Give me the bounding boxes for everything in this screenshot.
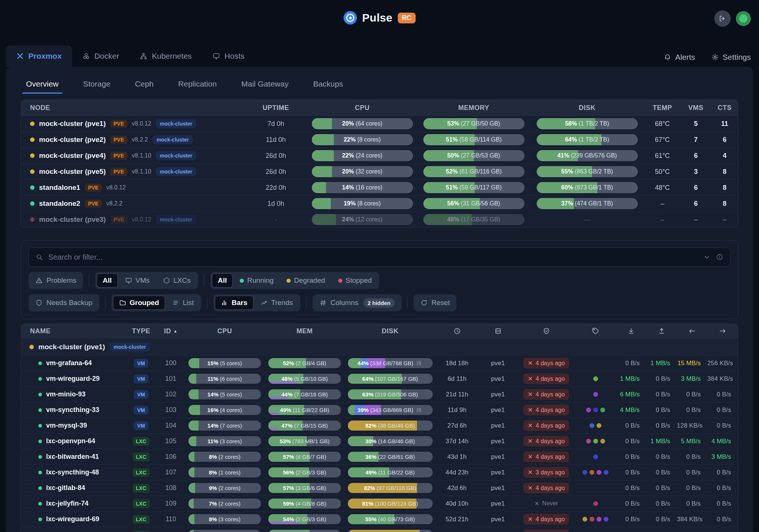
reset-filters-button[interactable]: Reset bbox=[414, 294, 457, 311]
node-row[interactable]: mock-cluster (pve1)PVEv8.0.12mock-cluste… bbox=[21, 116, 738, 132]
guest-row[interactable]: vm-mysql-39VM10414% (7 cores)47% (7 GB/1… bbox=[21, 418, 738, 433]
view-grouped-button[interactable]: Grouped bbox=[113, 296, 165, 310]
logout-button[interactable] bbox=[714, 10, 731, 27]
tab-mail-gateway[interactable]: Mail Gateway bbox=[240, 77, 289, 94]
node-vms-count: 6 bbox=[681, 184, 711, 192]
node-table: NODEUPTIMECPUMEMORYDISKTEMPVMSCTS mock-c… bbox=[21, 100, 738, 228]
bar-cell: 24% (12 cores) bbox=[307, 214, 417, 225]
guest-row[interactable]: lxc-syncthing-48LXC1078% (1 cores)56% (2… bbox=[21, 464, 738, 480]
column-header-cpu[interactable]: CPU bbox=[185, 327, 265, 335]
column-header-cts[interactable]: CTS bbox=[711, 104, 738, 112]
problems-filter-button[interactable]: Problems bbox=[29, 272, 83, 289]
guest-type-cell: VM bbox=[125, 421, 157, 430]
monitor-icon bbox=[125, 277, 132, 284]
column-header-node[interactable]: NODE bbox=[21, 104, 244, 112]
search-input[interactable] bbox=[48, 253, 698, 262]
column-header-arrow-right[interactable] bbox=[707, 327, 738, 335]
guest-row[interactable]: lxc-jellyfin-74LXC1097% (2 cores)59% (4 … bbox=[21, 496, 738, 511]
column-header-temp[interactable]: TEMP bbox=[644, 104, 681, 112]
guest-group-row[interactable]: mock-cluster (pve1)mock-cluster bbox=[21, 338, 738, 355]
tab-storage[interactable]: Storage bbox=[83, 77, 112, 94]
tab-replication[interactable]: Replication bbox=[177, 77, 217, 94]
column-header-upload[interactable] bbox=[646, 327, 677, 335]
nav-tab-hosts[interactable]: Hosts bbox=[202, 45, 255, 67]
nav-tab-proxmox[interactable]: Proxmox bbox=[6, 45, 72, 67]
tab-backups[interactable]: Backups bbox=[312, 77, 344, 94]
column-header-memory[interactable]: MEMORY bbox=[417, 104, 530, 112]
type-filter-all[interactable]: All bbox=[97, 273, 117, 288]
node-row[interactable]: mock-cluster (pve4)PVEv8.1.10mock-cluste… bbox=[21, 147, 738, 163]
column-header-disk[interactable]: DISK bbox=[345, 327, 436, 335]
guest-mem-bar: 56% (2 GB/3 GB) bbox=[268, 467, 341, 477]
guest-row[interactable]: lxc-gitlab-84LXC1089% (2 cores)57% (3 GB… bbox=[21, 480, 738, 496]
column-header-name[interactable]: NAME bbox=[21, 327, 125, 335]
node-row[interactable]: standalone1PVEv8.0.1222d 0h14% (16 cores… bbox=[21, 179, 738, 195]
type-filter-lxcs[interactable]: LXCs bbox=[157, 273, 197, 288]
column-header-uptime[interactable]: UPTIME bbox=[244, 104, 307, 112]
columns-button[interactable]: Columns 2 hidden bbox=[313, 294, 401, 311]
column-header-tag[interactable] bbox=[575, 327, 616, 335]
node-row[interactable]: mock-cluster (pve5)PVEv8.1.10mock-cluste… bbox=[21, 163, 738, 179]
guest-row[interactable]: lxc-wireguard-69LXC1108% (3 cores)54% (2… bbox=[21, 511, 738, 527]
bar-percent: 59% bbox=[283, 500, 294, 507]
tab-overview[interactable]: Overview bbox=[25, 77, 59, 94]
guest-row[interactable]: vm-grafana-64VM10015% (5 cores)52% (2 GB… bbox=[21, 355, 738, 371]
guest-uptime: 21d 11h bbox=[436, 391, 478, 398]
status-filter-running[interactable]: Running bbox=[234, 273, 280, 288]
nav-tab-docker[interactable]: Docker bbox=[72, 45, 130, 67]
settings-button[interactable]: Settings bbox=[711, 53, 751, 62]
guest-row[interactable]: lxc-bitwarden-41LXC1068% (2 cores)57% (4… bbox=[21, 449, 738, 464]
tab-ceph[interactable]: Ceph bbox=[134, 77, 154, 94]
guest-uptime: 18d 18h bbox=[436, 360, 478, 367]
column-header-cpu[interactable]: CPU bbox=[307, 104, 417, 112]
guest-row[interactable]: lxc-openvpn-64LXC10511% (3 cores)53% (78… bbox=[21, 433, 738, 449]
type-filter-vms[interactable]: VMs bbox=[119, 273, 156, 288]
node-name-cell: mock-cluster (pve5)PVEv8.1.10mock-cluste… bbox=[21, 167, 244, 176]
guest-io-net-out: 0 B/s bbox=[707, 406, 738, 414]
display-bars-button[interactable]: Bars bbox=[215, 296, 253, 310]
alerts-button[interactable]: Alerts bbox=[664, 53, 695, 62]
view-list-button[interactable]: List bbox=[166, 296, 200, 310]
bar-percent: 47% bbox=[281, 422, 293, 429]
guest-io-net-in: 0 B/s bbox=[677, 406, 707, 414]
bar-detail: (12 cores) bbox=[354, 216, 382, 223]
info-icon[interactable] bbox=[716, 253, 723, 261]
node-name-cell: mock-cluster (pve2)PVEv8.2.2mock-cluster bbox=[21, 135, 244, 144]
column-header-download[interactable] bbox=[616, 327, 646, 335]
column-header-id[interactable]: ID▲ bbox=[157, 327, 185, 335]
guest-row[interactable]: lxc-terraria-7LXC1117% (2 cores)57% (4 G… bbox=[21, 527, 738, 532]
display-trends-button[interactable]: Trends bbox=[255, 296, 299, 310]
column-header-backup-shield[interactable] bbox=[517, 327, 575, 335]
guest-tags bbox=[575, 454, 616, 459]
node-row[interactable]: standalone2PVEv8.2.21d 0h19% (8 cores)56… bbox=[21, 195, 738, 211]
node-status-dot bbox=[30, 169, 35, 174]
connection-status-indicator[interactable] bbox=[736, 11, 751, 26]
node-row[interactable]: mock-cluster (pve2)PVEv8.2.2mock-cluster… bbox=[21, 132, 738, 147]
guest-row[interactable]: vm-minio-93VM10214% (5 cores)44% (7 GB/1… bbox=[21, 386, 738, 402]
type-badge: LXC bbox=[133, 437, 150, 446]
guest-row[interactable]: vm-syncthing-33VM10316% (4 cores)49% (11… bbox=[21, 402, 738, 418]
status-filter-degraded[interactable]: Degraded bbox=[281, 273, 331, 288]
guest-disk-bar: 30% (14 GB/46 GB) bbox=[348, 436, 433, 446]
column-header-mem[interactable]: MEM bbox=[265, 327, 345, 335]
guest-row[interactable]: vm-wireguard-29VM10111% (6 cores)48% (5 … bbox=[21, 371, 738, 386]
column-header-type[interactable]: TYPE bbox=[125, 327, 157, 335]
needs-backup-filter-button[interactable]: Needs Backup bbox=[29, 294, 99, 311]
node-uptime: 26d 0h bbox=[244, 152, 307, 160]
status-filter-all[interactable]: All bbox=[212, 273, 233, 288]
node-row[interactable]: mock-cluster (pve3)PVEv8.0.12mock-cluste… bbox=[21, 211, 738, 227]
column-header-arrow-left[interactable] bbox=[677, 327, 707, 335]
column-header-host[interactable] bbox=[478, 327, 517, 335]
guest-id: 107 bbox=[157, 468, 185, 476]
nav-tab-kubernetes[interactable]: Kubernetes bbox=[129, 45, 202, 67]
column-header-vms[interactable]: VMS bbox=[681, 104, 711, 112]
column-header-disk[interactable]: DISK bbox=[530, 104, 644, 112]
column-header-clock[interactable] bbox=[436, 327, 478, 335]
node-disk-bar: 37% (474 GB/1 TB) bbox=[537, 198, 638, 209]
guest-name: lxc-wireguard-69 bbox=[46, 515, 99, 523]
guest-uptime: 37d 14h bbox=[436, 438, 478, 445]
chevron-down-icon[interactable] bbox=[703, 253, 711, 261]
guest-io-disk-write: 0 B/s bbox=[646, 391, 677, 398]
bar-detail: (16 cores) bbox=[354, 184, 382, 191]
status-filter-stopped[interactable]: Stopped bbox=[332, 273, 378, 288]
